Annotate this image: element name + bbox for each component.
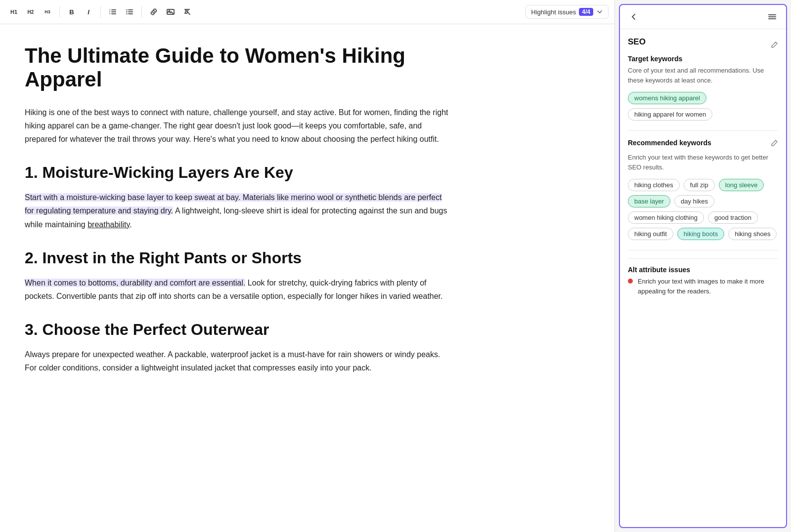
chevron-down-icon bbox=[596, 8, 603, 15]
tag-women-hiking-clothing: women hiking clothing bbox=[628, 211, 704, 224]
list-group: 1 2 3 bbox=[105, 4, 137, 20]
link-button[interactable] bbox=[146, 4, 162, 20]
svg-point-10 bbox=[126, 11, 127, 12]
recommended-edit-button[interactable] bbox=[770, 139, 778, 149]
section-2-highlight: When it comes to bottoms, durability and… bbox=[25, 279, 245, 287]
section-1-heading: 1. Moisture-Wicking Layers Are Key bbox=[25, 164, 450, 182]
tag-hiking-boots: hiking boots bbox=[677, 228, 724, 240]
editor-content: The Ultimate Guide to Women's Hiking App… bbox=[0, 24, 475, 532]
highlight-label: Highlight issues bbox=[531, 8, 576, 16]
highlight-count: 4/4 bbox=[579, 8, 593, 16]
ordered-list-button[interactable]: 1 2 3 bbox=[105, 4, 121, 20]
recommended-keywords-title: Recommended keywords bbox=[628, 139, 711, 147]
alt-issues-section: Alt attribute issues Enrich your text wi… bbox=[628, 258, 778, 296]
tag-hiking-apparel-for-women: hiking apparel for women bbox=[628, 108, 712, 121]
target-keywords-desc: Core of your text and all recommendation… bbox=[628, 66, 778, 85]
section-3-heading: 3. Choose the Perfect Outerwear bbox=[25, 321, 450, 339]
h2-button[interactable]: H2 bbox=[23, 4, 39, 20]
highlight-dropdown[interactable]: Highlight issues 4/4 bbox=[526, 5, 609, 19]
clear-format-button[interactable] bbox=[179, 4, 195, 20]
section-2-text: When it comes to bottoms, durability and… bbox=[25, 276, 450, 303]
tag-full-zip: full zip bbox=[684, 179, 715, 191]
menu-icon bbox=[768, 12, 777, 21]
format-group: B I bbox=[64, 4, 96, 20]
target-keywords-section: Target keywords Core of your text and al… bbox=[628, 55, 778, 121]
image-button[interactable] bbox=[163, 4, 178, 20]
recommended-keywords-section: Recommended keywords Enrich your text wi… bbox=[628, 139, 778, 240]
target-keywords-tags: womens hiking apparel hiking apparel for… bbox=[628, 92, 778, 121]
alt-issue-text: Enrich your text with images to make it … bbox=[638, 277, 778, 296]
h3-button[interactable]: H3 bbox=[40, 4, 55, 20]
section-1-highlight: Start with a moisture-wicking base layer… bbox=[25, 193, 442, 215]
tag-womens-hiking-apparel: womens hiking apparel bbox=[628, 92, 706, 104]
seo-title-row: SEO bbox=[628, 37, 778, 55]
h1-button[interactable]: H1 bbox=[6, 4, 22, 20]
recommended-edit-icon bbox=[770, 139, 778, 147]
divider-1 bbox=[628, 130, 778, 131]
editor-container: H1 H2 H3 B I 1 2 3 bbox=[0, 0, 615, 532]
heading-group: H1 H2 H3 bbox=[6, 4, 55, 20]
target-keywords-title: Target keywords bbox=[628, 55, 778, 63]
edit-icon bbox=[770, 41, 778, 49]
section-3-text: Always prepare for unexpected weather. A… bbox=[25, 348, 450, 374]
recommended-keywords-tags: hiking clothes full zip long sleeve base… bbox=[628, 179, 778, 240]
alt-issue-item: Enrich your text with images to make it … bbox=[628, 277, 778, 296]
red-dot-icon bbox=[628, 279, 633, 284]
svg-text:3: 3 bbox=[109, 12, 111, 15]
italic-button[interactable]: I bbox=[81, 4, 96, 20]
tag-day-hikes: day hikes bbox=[674, 195, 714, 207]
toolbar: H1 H2 H3 B I 1 2 3 bbox=[0, 0, 615, 24]
article-title: The Ultimate Guide to Women's Hiking App… bbox=[25, 44, 450, 92]
svg-point-11 bbox=[126, 13, 127, 14]
image-icon bbox=[167, 8, 175, 16]
clear-format-icon bbox=[183, 8, 191, 16]
article-intro: Hiking is one of the best ways to connec… bbox=[25, 106, 450, 146]
seo-section-title: SEO bbox=[628, 37, 646, 47]
recommended-keywords-header: Recommended keywords bbox=[628, 139, 778, 150]
chevron-left-icon bbox=[630, 13, 638, 21]
unordered-list-icon bbox=[126, 8, 133, 16]
tag-hiking-shoes: hiking shoes bbox=[728, 228, 777, 240]
separator-3 bbox=[141, 6, 142, 18]
tag-hiking-outfit: hiking outfit bbox=[628, 228, 673, 240]
alt-issues-title: Alt attribute issues bbox=[628, 266, 778, 274]
bold-button[interactable]: B bbox=[64, 4, 80, 20]
tag-hiking-clothes: hiking clothes bbox=[628, 179, 680, 191]
seo-sidebar: SEO Target keywords Core of your text an… bbox=[619, 4, 787, 528]
link-icon bbox=[150, 8, 158, 16]
recommended-keywords-desc: Enrich your text with these keywords to … bbox=[628, 153, 778, 172]
sidebar-header bbox=[620, 5, 786, 29]
sidebar-back-button[interactable] bbox=[627, 10, 641, 24]
sidebar-menu-button[interactable] bbox=[765, 10, 779, 24]
insert-group bbox=[146, 4, 195, 20]
tag-base-layer: base layer bbox=[628, 195, 670, 207]
separator-1 bbox=[59, 6, 60, 18]
tag-long-sleeve: long sleeve bbox=[719, 179, 764, 191]
seo-edit-button[interactable] bbox=[770, 41, 778, 51]
tag-good-traction: good traction bbox=[708, 211, 758, 224]
section-2-heading: 2. Invest in the Right Pants or Shorts bbox=[25, 249, 450, 267]
svg-point-9 bbox=[126, 9, 127, 10]
separator-2 bbox=[100, 6, 101, 18]
section-1-text: Start with a moisture-wicking base layer… bbox=[25, 191, 450, 231]
breathability-link[interactable]: breathability bbox=[88, 220, 130, 229]
unordered-list-button[interactable] bbox=[122, 4, 137, 20]
sidebar-content: SEO Target keywords Core of your text an… bbox=[620, 29, 786, 527]
divider-2 bbox=[628, 250, 778, 250]
ordered-list-icon: 1 2 3 bbox=[109, 8, 117, 16]
